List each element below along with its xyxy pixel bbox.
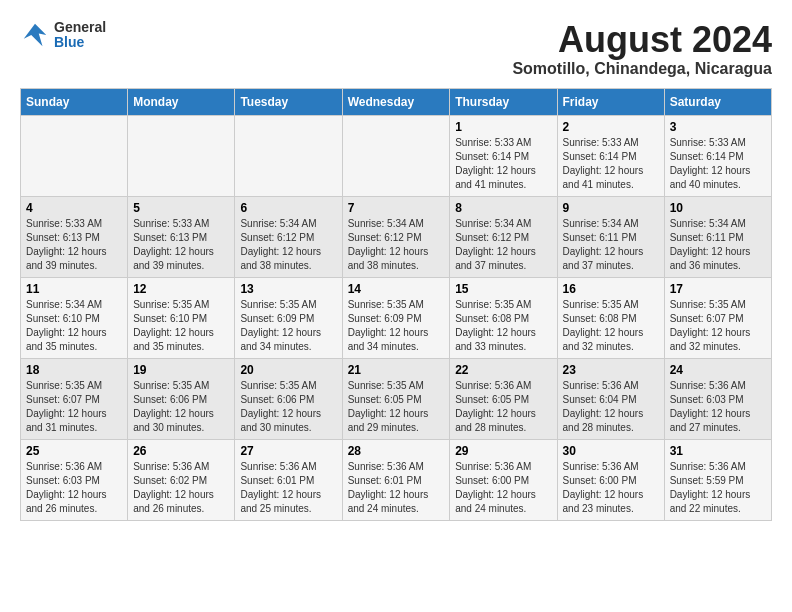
day-info: Sunrise: 5:34 AM Sunset: 6:11 PM Dayligh… — [563, 217, 659, 273]
day-number: 10 — [670, 201, 766, 215]
day-info: Sunrise: 5:34 AM Sunset: 6:12 PM Dayligh… — [348, 217, 445, 273]
calendar-cell: 9Sunrise: 5:34 AM Sunset: 6:11 PM Daylig… — [557, 196, 664, 277]
day-info: Sunrise: 5:35 AM Sunset: 6:09 PM Dayligh… — [240, 298, 336, 354]
calendar-cell: 14Sunrise: 5:35 AM Sunset: 6:09 PM Dayli… — [342, 277, 450, 358]
calendar-cell: 22Sunrise: 5:36 AM Sunset: 6:05 PM Dayli… — [450, 358, 557, 439]
weekday-header-wednesday: Wednesday — [342, 88, 450, 115]
day-number: 9 — [563, 201, 659, 215]
day-info: Sunrise: 5:36 AM Sunset: 6:01 PM Dayligh… — [240, 460, 336, 516]
calendar-cell: 6Sunrise: 5:34 AM Sunset: 6:12 PM Daylig… — [235, 196, 342, 277]
day-info: Sunrise: 5:35 AM Sunset: 6:08 PM Dayligh… — [563, 298, 659, 354]
day-info: Sunrise: 5:34 AM Sunset: 6:12 PM Dayligh… — [240, 217, 336, 273]
calendar-table: SundayMondayTuesdayWednesdayThursdayFrid… — [20, 88, 772, 521]
day-info: Sunrise: 5:35 AM Sunset: 6:06 PM Dayligh… — [240, 379, 336, 435]
day-info: Sunrise: 5:35 AM Sunset: 6:06 PM Dayligh… — [133, 379, 229, 435]
calendar-header-row: SundayMondayTuesdayWednesdayThursdayFrid… — [21, 88, 772, 115]
weekday-header-saturday: Saturday — [664, 88, 771, 115]
day-number: 31 — [670, 444, 766, 458]
calendar-cell: 27Sunrise: 5:36 AM Sunset: 6:01 PM Dayli… — [235, 439, 342, 520]
day-number: 1 — [455, 120, 551, 134]
day-info: Sunrise: 5:36 AM Sunset: 6:05 PM Dayligh… — [455, 379, 551, 435]
day-number: 30 — [563, 444, 659, 458]
day-info: Sunrise: 5:36 AM Sunset: 6:01 PM Dayligh… — [348, 460, 445, 516]
calendar-cell — [21, 115, 128, 196]
title-block: August 2024 Somotillo, Chinandega, Nicar… — [512, 20, 772, 78]
calendar-cell — [342, 115, 450, 196]
day-info: Sunrise: 5:36 AM Sunset: 6:04 PM Dayligh… — [563, 379, 659, 435]
calendar-cell: 30Sunrise: 5:36 AM Sunset: 6:00 PM Dayli… — [557, 439, 664, 520]
calendar-cell: 7Sunrise: 5:34 AM Sunset: 6:12 PM Daylig… — [342, 196, 450, 277]
day-info: Sunrise: 5:35 AM Sunset: 6:07 PM Dayligh… — [670, 298, 766, 354]
calendar-cell: 17Sunrise: 5:35 AM Sunset: 6:07 PM Dayli… — [664, 277, 771, 358]
day-number: 16 — [563, 282, 659, 296]
day-number: 26 — [133, 444, 229, 458]
day-number: 15 — [455, 282, 551, 296]
day-number: 27 — [240, 444, 336, 458]
day-number: 28 — [348, 444, 445, 458]
logo-text: General Blue — [54, 20, 106, 51]
day-info: Sunrise: 5:35 AM Sunset: 6:08 PM Dayligh… — [455, 298, 551, 354]
day-info: Sunrise: 5:33 AM Sunset: 6:14 PM Dayligh… — [563, 136, 659, 192]
calendar-cell: 25Sunrise: 5:36 AM Sunset: 6:03 PM Dayli… — [21, 439, 128, 520]
calendar-cell: 13Sunrise: 5:35 AM Sunset: 6:09 PM Dayli… — [235, 277, 342, 358]
day-info: Sunrise: 5:34 AM Sunset: 6:10 PM Dayligh… — [26, 298, 122, 354]
calendar-cell: 19Sunrise: 5:35 AM Sunset: 6:06 PM Dayli… — [128, 358, 235, 439]
day-number: 18 — [26, 363, 122, 377]
calendar-week-row: 4Sunrise: 5:33 AM Sunset: 6:13 PM Daylig… — [21, 196, 772, 277]
day-info: Sunrise: 5:36 AM Sunset: 6:00 PM Dayligh… — [455, 460, 551, 516]
calendar-cell — [128, 115, 235, 196]
calendar-cell: 1Sunrise: 5:33 AM Sunset: 6:14 PM Daylig… — [450, 115, 557, 196]
day-number: 22 — [455, 363, 551, 377]
logo-blue: Blue — [54, 35, 106, 50]
logo-bird-icon — [20, 20, 50, 50]
calendar-cell: 26Sunrise: 5:36 AM Sunset: 6:02 PM Dayli… — [128, 439, 235, 520]
calendar-week-row: 1Sunrise: 5:33 AM Sunset: 6:14 PM Daylig… — [21, 115, 772, 196]
day-number: 4 — [26, 201, 122, 215]
weekday-header-monday: Monday — [128, 88, 235, 115]
day-number: 23 — [563, 363, 659, 377]
day-info: Sunrise: 5:33 AM Sunset: 6:13 PM Dayligh… — [26, 217, 122, 273]
day-number: 12 — [133, 282, 229, 296]
calendar-cell: 23Sunrise: 5:36 AM Sunset: 6:04 PM Dayli… — [557, 358, 664, 439]
weekday-header-thursday: Thursday — [450, 88, 557, 115]
day-number: 8 — [455, 201, 551, 215]
calendar-cell: 12Sunrise: 5:35 AM Sunset: 6:10 PM Dayli… — [128, 277, 235, 358]
day-number: 6 — [240, 201, 336, 215]
calendar-cell: 10Sunrise: 5:34 AM Sunset: 6:11 PM Dayli… — [664, 196, 771, 277]
day-number: 7 — [348, 201, 445, 215]
calendar-cell: 15Sunrise: 5:35 AM Sunset: 6:08 PM Dayli… — [450, 277, 557, 358]
month-title: August 2024 — [512, 20, 772, 60]
day-info: Sunrise: 5:36 AM Sunset: 6:00 PM Dayligh… — [563, 460, 659, 516]
logo: General Blue — [20, 20, 106, 51]
day-number: 25 — [26, 444, 122, 458]
calendar-cell: 20Sunrise: 5:35 AM Sunset: 6:06 PM Dayli… — [235, 358, 342, 439]
calendar-cell: 4Sunrise: 5:33 AM Sunset: 6:13 PM Daylig… — [21, 196, 128, 277]
day-number: 20 — [240, 363, 336, 377]
calendar-cell: 29Sunrise: 5:36 AM Sunset: 6:00 PM Dayli… — [450, 439, 557, 520]
day-info: Sunrise: 5:36 AM Sunset: 6:03 PM Dayligh… — [670, 379, 766, 435]
day-info: Sunrise: 5:34 AM Sunset: 6:12 PM Dayligh… — [455, 217, 551, 273]
calendar-week-row: 11Sunrise: 5:34 AM Sunset: 6:10 PM Dayli… — [21, 277, 772, 358]
calendar-cell: 8Sunrise: 5:34 AM Sunset: 6:12 PM Daylig… — [450, 196, 557, 277]
day-info: Sunrise: 5:35 AM Sunset: 6:05 PM Dayligh… — [348, 379, 445, 435]
calendar-cell: 18Sunrise: 5:35 AM Sunset: 6:07 PM Dayli… — [21, 358, 128, 439]
day-number: 3 — [670, 120, 766, 134]
calendar-cell: 5Sunrise: 5:33 AM Sunset: 6:13 PM Daylig… — [128, 196, 235, 277]
weekday-header-tuesday: Tuesday — [235, 88, 342, 115]
day-info: Sunrise: 5:35 AM Sunset: 6:09 PM Dayligh… — [348, 298, 445, 354]
day-number: 14 — [348, 282, 445, 296]
calendar-cell: 28Sunrise: 5:36 AM Sunset: 6:01 PM Dayli… — [342, 439, 450, 520]
day-number: 11 — [26, 282, 122, 296]
calendar-cell: 2Sunrise: 5:33 AM Sunset: 6:14 PM Daylig… — [557, 115, 664, 196]
svg-marker-0 — [24, 24, 47, 47]
weekday-header-sunday: Sunday — [21, 88, 128, 115]
calendar-cell: 11Sunrise: 5:34 AM Sunset: 6:10 PM Dayli… — [21, 277, 128, 358]
day-number: 13 — [240, 282, 336, 296]
calendar-week-row: 25Sunrise: 5:36 AM Sunset: 6:03 PM Dayli… — [21, 439, 772, 520]
day-info: Sunrise: 5:36 AM Sunset: 6:03 PM Dayligh… — [26, 460, 122, 516]
day-number: 21 — [348, 363, 445, 377]
day-info: Sunrise: 5:36 AM Sunset: 6:02 PM Dayligh… — [133, 460, 229, 516]
day-info: Sunrise: 5:33 AM Sunset: 6:13 PM Dayligh… — [133, 217, 229, 273]
logo-general: General — [54, 20, 106, 35]
day-number: 5 — [133, 201, 229, 215]
